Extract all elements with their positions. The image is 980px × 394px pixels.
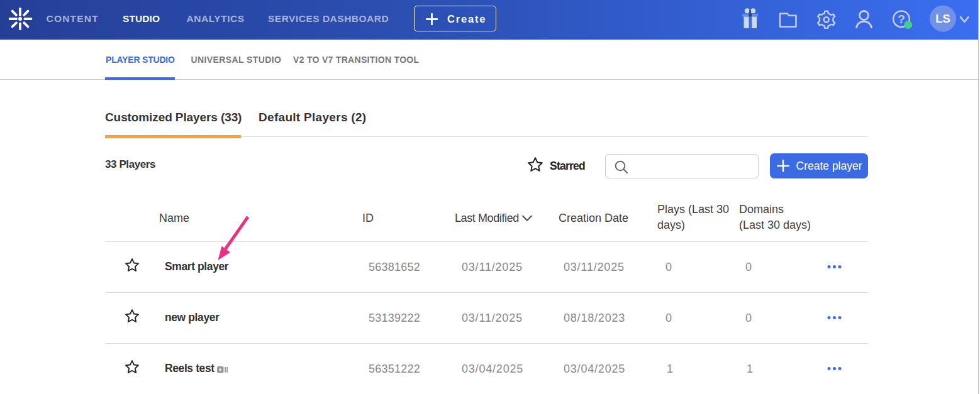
svg-text:LS: LS [935,12,950,25]
svg-text:?: ? [898,13,905,26]
